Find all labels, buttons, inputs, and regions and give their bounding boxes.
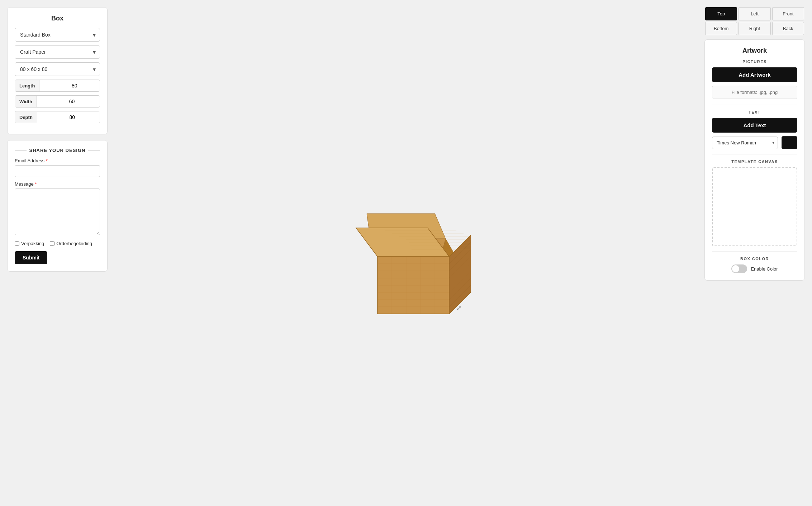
right-panel: Top Left Front Bottom Right Back Artwork…: [704, 7, 805, 499]
material-select[interactable]: Craft Paper White Kraft Corrugated: [15, 45, 100, 59]
verpakking-checkbox[interactable]: [15, 241, 19, 246]
tab-front[interactable]: Front: [772, 7, 804, 20]
material-wrapper: Craft Paper White Kraft Corrugated: [15, 45, 100, 59]
font-select-wrapper: Times New Roman Arial Helvetica Georgia …: [712, 137, 778, 149]
tab-left[interactable]: Left: [739, 7, 770, 20]
length-row: Length mm: [15, 80, 100, 92]
depth-label: Depth: [15, 112, 37, 123]
font-color-row: Times New Roman Arial Helvetica Georgia …: [712, 136, 797, 149]
tab-back[interactable]: Back: [772, 22, 804, 35]
length-input[interactable]: [39, 80, 100, 91]
add-artwork-button[interactable]: Add Artwork: [712, 67, 797, 82]
width-input[interactable]: [37, 96, 100, 107]
size-wrapper: 80 x 60 x 80 100 x 80 x 100 120 x 100 x …: [15, 62, 100, 76]
message-label: Message *: [15, 181, 100, 187]
email-required-star: *: [46, 158, 48, 163]
tab-top[interactable]: Top: [705, 7, 737, 20]
center-area: ⤢: [115, 7, 697, 499]
orderbegeleiding-checkbox-label[interactable]: Orderbegeleiding: [50, 241, 92, 246]
message-textarea[interactable]: [15, 188, 100, 235]
submit-button[interactable]: Submit: [15, 251, 47, 264]
length-label: Length: [15, 80, 39, 91]
pictures-section-label: PICTURES: [712, 59, 797, 64]
share-title: SHARE YOUR DESIGN: [15, 148, 100, 153]
enable-color-toggle[interactable]: [731, 264, 747, 273]
text-section-label: TEXT: [712, 110, 797, 114]
email-label: Email Address *: [15, 158, 100, 163]
box-title: Box: [15, 15, 100, 22]
view-tabs-top-row: Top Left Front: [704, 7, 805, 20]
size-select[interactable]: 80 x 60 x 80 100 x 80 x 100 120 x 100 x …: [15, 62, 100, 76]
share-design-card: SHARE YOUR DESIGN Email Address * Messag…: [7, 140, 108, 272]
section-divider-color: [712, 251, 797, 252]
depth-input[interactable]: [37, 111, 100, 123]
email-input[interactable]: [15, 165, 100, 177]
section-divider-canvas: [712, 154, 797, 154]
box-3d-svg: [349, 192, 471, 321]
checkbox-row: Verpakking Orderbegeleiding: [15, 241, 100, 246]
box-3d-preview: ⤢: [349, 192, 464, 314]
svg-marker-5: [449, 228, 471, 314]
artwork-title: Artwork: [712, 47, 797, 54]
enable-color-text: Enable Color: [751, 266, 778, 272]
color-swatch[interactable]: [782, 136, 797, 149]
left-panel: Box Standard Box Custom Box Craft Paper …: [7, 7, 108, 499]
tab-right[interactable]: Right: [739, 22, 770, 35]
message-required-star: *: [35, 181, 37, 187]
add-text-button[interactable]: Add Text: [712, 118, 797, 133]
box-type-wrapper: Standard Box Custom Box: [15, 28, 100, 42]
verpakking-checkbox-label[interactable]: Verpakking: [15, 241, 44, 246]
width-row: Width mm: [15, 95, 100, 108]
artwork-card: Artwork PICTURES Add Artwork File format…: [704, 39, 805, 281]
tab-bottom[interactable]: Bottom: [705, 22, 737, 35]
box-type-select[interactable]: Standard Box Custom Box: [15, 28, 100, 42]
box-color-label: BOX COLOR: [712, 257, 797, 261]
template-canvas-area: [712, 167, 797, 246]
font-select[interactable]: Times New Roman Arial Helvetica Georgia …: [712, 137, 778, 149]
box-config-card: Box Standard Box Custom Box Craft Paper …: [7, 7, 108, 134]
view-tabs-bottom-row: Bottom Right Back: [704, 22, 805, 35]
orderbegeleiding-checkbox[interactable]: [50, 241, 54, 246]
enable-color-row: Enable Color: [712, 264, 797, 273]
expand-icon[interactable]: ⤢: [456, 304, 462, 312]
depth-row: Depth mm: [15, 111, 100, 123]
width-label: Width: [15, 96, 37, 107]
section-divider-text: [712, 105, 797, 105]
template-canvas-label: TEMPLATE CANVAS: [712, 159, 797, 164]
file-formats-box: File formats: .jpg, .png: [712, 86, 797, 99]
